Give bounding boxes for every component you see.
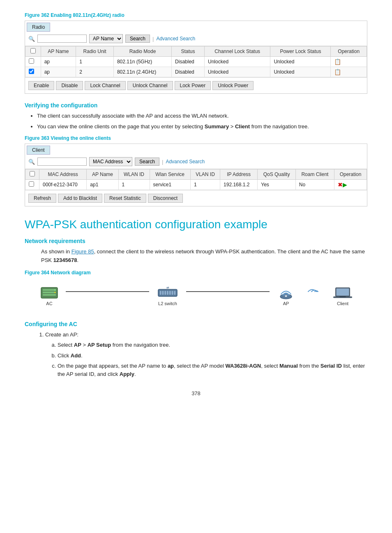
svg-point-5	[55, 292, 56, 293]
col-mac: MAC Address	[39, 169, 87, 180]
step-1-substeps: Select AP > AP Setup from the navigation…	[58, 341, 367, 378]
advanced-search-link[interactable]: Advanced Search	[156, 36, 195, 42]
verifying-section: Verifying the configuration The client c…	[25, 102, 367, 206]
line-2	[186, 291, 270, 292]
cell-channel-lock: Unlocked	[205, 57, 270, 67]
col-channel-lock: Channel Lock Status	[205, 46, 270, 57]
wifi-waves	[302, 285, 326, 298]
list-item: You can view the online clients on the p…	[37, 123, 367, 131]
client-select-all[interactable]	[30, 171, 35, 176]
cell-status: Disabled	[172, 67, 205, 77]
svg-point-4	[55, 289, 56, 290]
cell-radio-unit: 1	[76, 57, 114, 67]
ap-node: AP	[270, 285, 302, 306]
client-row-checkbox[interactable]	[29, 181, 34, 187]
client-search-button[interactable]: Search	[135, 158, 159, 166]
cell-operation: 📋	[331, 67, 367, 77]
cell-wlanid: 1	[118, 180, 150, 190]
verifying-heading: Verifying the configuration	[25, 102, 367, 109]
client-add-icon[interactable]: ▶	[343, 181, 347, 188]
cell-qos: Yes	[258, 180, 296, 190]
psk-value: 12345678	[53, 257, 77, 263]
table-row: ap 2 802.11n (2.4GHz) Disabled Unlocked …	[25, 67, 367, 77]
cell-apname: ap1	[87, 180, 118, 190]
substep-b-text: Click Add.	[58, 352, 83, 359]
cell-mac: 000f-e212-3470	[39, 180, 87, 190]
unlock-channel-button[interactable]: Unlock Channel	[127, 81, 173, 90]
disable-button[interactable]: Disable	[56, 81, 83, 90]
verifying-bullets: The client can successfully associate wi…	[37, 112, 367, 130]
cell-channel-lock: Unlocked	[205, 67, 270, 77]
col-wlanid: WLAN ID	[118, 169, 150, 180]
select-all-checkbox[interactable]	[30, 48, 36, 53]
client-tab[interactable]: Client	[27, 146, 50, 155]
enable-button[interactable]: Enable	[28, 81, 54, 90]
client-op-icon[interactable]: ✖	[338, 181, 343, 188]
svg-point-17	[285, 295, 287, 297]
row-checkbox[interactable]	[29, 58, 34, 64]
mac-address-dropdown[interactable]: MAC Address	[89, 157, 132, 166]
cell-wlan-service: service1	[150, 180, 190, 190]
ac-label: AC	[46, 301, 52, 306]
separator-2: |	[162, 159, 163, 165]
col-vlan-id: VLAN ID	[190, 169, 220, 180]
radio-tab[interactable]: Radio	[27, 23, 50, 32]
col-status: Status	[172, 46, 205, 57]
client-search-input[interactable]	[37, 158, 87, 166]
search-button[interactable]: Search	[125, 35, 150, 43]
ap-label: AP	[283, 301, 289, 306]
cell-status: Disabled	[172, 57, 205, 67]
add-to-blacklist-button[interactable]: Add to Blacklist	[58, 194, 102, 203]
client-table: MAC Address AP Name WLAN ID Wlan Service…	[25, 169, 367, 190]
l2switch-icon: ⇄	[157, 285, 178, 301]
svg-rect-11	[169, 291, 171, 295]
configuring-steps: Create an AP: Select AP > AP Setup from …	[45, 331, 367, 378]
figure-363-caption: Figure 363 Viewing the online clients	[25, 135, 367, 141]
search-input[interactable]	[37, 35, 87, 43]
req-text-end: .	[77, 257, 78, 263]
disconnect-button[interactable]: Disconnect	[148, 194, 183, 203]
line-1	[66, 291, 149, 292]
list-item: The client can successfully associate wi…	[37, 112, 367, 120]
network-diagram: AC ⇄ L2 switch	[25, 278, 367, 313]
network-requirements-text: As shown in Figure 85, connect the clien…	[41, 248, 367, 265]
client-icon	[332, 285, 353, 301]
cell-ap-name: ap	[41, 57, 76, 67]
unlock-power-button[interactable]: Unlock Power	[212, 81, 254, 90]
svg-rect-13	[174, 291, 175, 295]
refresh-button[interactable]: Refresh	[28, 194, 56, 203]
ac-node: AC	[33, 285, 66, 306]
search-icon-2: 🔍	[28, 159, 35, 165]
search-icon: 🔍	[28, 36, 35, 42]
col-apname: AP Name	[87, 169, 118, 180]
cell-vlan-id: 1	[190, 180, 220, 190]
col-op: Operation	[334, 169, 367, 180]
l2switch-label: L2 switch	[158, 301, 177, 306]
page-number: 378	[25, 390, 367, 396]
cell-ip: 192.168.1.2	[220, 180, 258, 190]
client-advanced-search-link[interactable]: Advanced Search	[166, 159, 205, 165]
cell-ap-name: ap	[41, 67, 76, 77]
figure-363-toolbar: 🔍 MAC Address Search | Advanced Search	[25, 155, 367, 169]
cell-power-lock: Unlocked	[270, 67, 331, 77]
svg-rect-9	[164, 291, 166, 295]
client-label: Client	[337, 301, 348, 306]
row-checkbox[interactable]	[29, 69, 34, 74]
svg-rect-1	[43, 289, 56, 291]
svg-rect-7	[160, 291, 161, 295]
reset-statistic-button[interactable]: Reset Statistic	[104, 194, 146, 203]
col-wlan-service: Wlan Service	[150, 169, 190, 180]
operation-icon[interactable]: 📋	[334, 58, 341, 65]
chapter-heading: WPA-PSK authentication configuration exa…	[25, 218, 367, 231]
cell-operation: 📋	[331, 57, 367, 67]
lock-power-button[interactable]: Lock Power	[175, 81, 211, 90]
figure85-link[interactable]: Figure 85	[71, 248, 94, 255]
svg-rect-19	[337, 288, 349, 295]
operation-icon[interactable]: 📋	[334, 69, 341, 75]
ap-name-dropdown[interactable]: AP Name	[89, 34, 123, 43]
network-requirements-heading: Network requirements	[25, 238, 367, 244]
svg-rect-3	[43, 294, 56, 296]
col-ap-name: AP Name	[41, 46, 76, 57]
lock-channel-button[interactable]: Lock Channel	[85, 81, 125, 90]
ac-icon	[39, 285, 60, 301]
